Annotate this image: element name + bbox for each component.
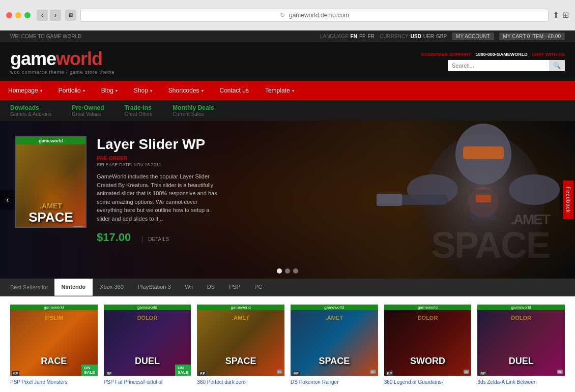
bs-tab-pc[interactable]: PC bbox=[247, 279, 269, 296]
product-title-4: DS Pokemon Ranger bbox=[291, 379, 378, 385]
browser-chrome: ‹ › ⊞ ↻ gameworld.demo.com ⬆ ⊞ bbox=[0, 0, 575, 31]
bs-tab-xbox360[interactable]: Xbox 360 bbox=[93, 279, 130, 296]
nav-shop[interactable]: Shop ▾ bbox=[126, 81, 160, 100]
currency-gbp[interactable]: GBP bbox=[436, 34, 447, 39]
product-card-6[interactable]: gameworld dolor DUEL RP SL 3ds Zelda-A L… bbox=[477, 305, 565, 385]
header-right: CUSROMER SUPPORT 1800-000-GAMEWORLD CHAT… bbox=[421, 52, 565, 71]
product-card-5[interactable]: gameworld dolor SWORD RP SL 360 Legend o… bbox=[384, 305, 472, 385]
search-input[interactable] bbox=[448, 60, 549, 71]
sub-navigation: Dowloads Games & Add-ons Pre-Owned Great… bbox=[0, 100, 575, 121]
chevron-down-icon: ▾ bbox=[83, 88, 85, 93]
bs-tab-wii[interactable]: Wii bbox=[178, 279, 200, 296]
subnav-tradeins[interactable]: Trade-Ins Great Offers bbox=[114, 100, 163, 121]
tabs-btn[interactable]: ⊞ bbox=[65, 10, 76, 21]
cart-btn[interactable]: MY CART 0 ITEM - £0.00 bbox=[499, 33, 565, 40]
feedback-tab[interactable]: Feedback bbox=[563, 180, 574, 219]
back-btn[interactable]: ‹ bbox=[37, 10, 48, 21]
hero-preorder: PRE-ORDER bbox=[97, 156, 560, 161]
site-logo[interactable]: gameworld woo commerce theme / game stor… bbox=[10, 48, 115, 75]
hero-content: gameworld .amet SPACE RP SL Layer Sl bbox=[0, 121, 575, 279]
nav-contact[interactable]: Contact us bbox=[212, 81, 257, 100]
currency-usd[interactable]: USD bbox=[411, 34, 421, 39]
slider-dot-2[interactable] bbox=[285, 268, 290, 274]
bs-tab-ps3[interactable]: PlayStation 3 bbox=[131, 279, 178, 296]
search-bar: 🔍 bbox=[448, 60, 565, 71]
currency-uer[interactable]: UER bbox=[423, 34, 434, 39]
nav-template[interactable]: Template ▾ bbox=[257, 81, 302, 100]
subnav-downloads[interactable]: Dowloads Games & Add-ons bbox=[0, 100, 62, 121]
cover-title-4: SPACE bbox=[291, 356, 378, 366]
cover-main-text-1: IPSLIM bbox=[10, 315, 98, 321]
my-account-btn[interactable]: MY ACCOUNT bbox=[452, 33, 494, 40]
top-bar-right: LANGUAGE FN FP FR CURRENCY USD UER GBP M… bbox=[320, 33, 565, 40]
maximize-window-btn[interactable] bbox=[24, 12, 31, 18]
product-cover-art-5: gameworld dolor SWORD RP SL bbox=[384, 305, 472, 376]
logo-tagline: woo commerce theme / game store theme bbox=[10, 70, 115, 75]
top-bar: WELCOME TO GAME WORLD LANGUAGE FN FP FR … bbox=[0, 31, 575, 42]
search-button[interactable]: 🔍 bbox=[549, 60, 565, 71]
product-card-1[interactable]: gameworld IPSLIM RACE RP ONSALE PSP Pixe… bbox=[10, 305, 98, 385]
main-navigation: Homepage ▾ Portfolio ▾ Blog ▾ Shop ▾ Sho… bbox=[0, 81, 575, 100]
lang-fp[interactable]: FP bbox=[359, 34, 366, 39]
cover-main-text-3: .amet bbox=[197, 315, 284, 321]
language-section: LANGUAGE FN FP FR bbox=[320, 34, 375, 39]
hero-details-link[interactable]: DETAILS bbox=[148, 236, 169, 242]
content-area: Dowloads Games & Add-ons Pre-Owned Great… bbox=[0, 100, 575, 392]
nav-shortcodes[interactable]: Shortcodes ▾ bbox=[160, 81, 212, 100]
product-title-5: 360 Legend of Guardians- bbox=[384, 379, 472, 385]
subnav-preowned[interactable]: Pre-Owned Great Values bbox=[62, 100, 114, 121]
hero-slider: .amet SPACE gameworld .amet SPACE RP bbox=[0, 121, 575, 279]
product-image-5: gameworld dolor SWORD RP SL bbox=[384, 305, 472, 376]
product-image-4: gameworld .amet SPACE RP SL bbox=[291, 305, 378, 376]
product-brand-1: gameworld bbox=[10, 305, 98, 310]
product-brand-2: gameworld bbox=[104, 305, 191, 310]
slider-prev-btn[interactable]: ‹ bbox=[0, 190, 15, 210]
website-container: WELCOME TO GAME WORLD LANGUAGE FN FP FR … bbox=[0, 31, 575, 392]
product-cover-art-6: gameworld dolor DUEL RP SL bbox=[477, 305, 565, 376]
nav-portfolio[interactable]: Portfolio ▾ bbox=[50, 81, 93, 100]
language-label: LANGUAGE bbox=[320, 34, 349, 39]
address-text: gameworld.demo.com bbox=[289, 12, 349, 19]
nav-homepage[interactable]: Homepage ▾ bbox=[0, 81, 50, 100]
chat-link[interactable]: CHAT WITH US bbox=[532, 52, 565, 57]
hero-description: GameWorld includes the popular Layer Sli… bbox=[97, 172, 219, 223]
product-card-4[interactable]: gameworld .amet SPACE RP SL DS Pokemon R… bbox=[291, 305, 378, 385]
product-card-3[interactable]: gameworld .amet SPACE RP SL 360 Perfect … bbox=[197, 305, 284, 385]
hero-text-content: Layer Slider WP PRE-ORDER RELEASE DATE: … bbox=[97, 131, 560, 244]
product-cover-art-2: gameworld dolor DUEL RP ONSALE bbox=[104, 305, 191, 376]
slider-dot-1[interactable] bbox=[277, 268, 282, 274]
chevron-down-icon: ▾ bbox=[116, 88, 118, 93]
bs-tab-psp[interactable]: PSP bbox=[222, 279, 247, 296]
window-controls bbox=[6, 12, 31, 18]
nav-blog[interactable]: Blog ▾ bbox=[93, 81, 126, 100]
product-brand-4: gameworld bbox=[291, 305, 378, 310]
close-window-btn[interactable] bbox=[6, 12, 12, 18]
hero-title: Layer Slider WP bbox=[97, 136, 560, 153]
slider-dot-3[interactable] bbox=[293, 268, 298, 274]
product-title-3: 360 Perfect dark zero bbox=[197, 379, 284, 385]
site-header: gameworld woo commerce theme / game stor… bbox=[0, 42, 575, 81]
best-sellers-tabs: Best Sellers for Nintendo Xbox 360 PlayS… bbox=[0, 279, 575, 296]
add-tab-btn[interactable]: ⊞ bbox=[562, 10, 569, 20]
products-section: gameworld IPSLIM RACE RP ONSALE PSP Pixe… bbox=[0, 296, 575, 392]
forward-btn[interactable]: › bbox=[50, 10, 61, 21]
lang-fr[interactable]: FR bbox=[368, 34, 375, 39]
product-card-2[interactable]: gameworld dolor DUEL RP ONSALE PSP Fat P… bbox=[104, 305, 191, 385]
address-bar[interactable]: ↻ gameworld.demo.com bbox=[80, 9, 549, 22]
chevron-down-icon: ▾ bbox=[150, 88, 152, 93]
product-title-2: PSP Fat PrincessFistful of bbox=[104, 379, 191, 385]
cover-title-6: DUEL bbox=[477, 356, 565, 366]
support-phone: 1800-000-GAMEWORLD bbox=[476, 52, 528, 57]
minimize-window-btn[interactable] bbox=[15, 12, 21, 18]
share-btn[interactable]: ⬆ bbox=[553, 10, 559, 20]
bs-tab-nintendo[interactable]: Nintendo bbox=[54, 279, 93, 296]
lang-fn[interactable]: FN bbox=[351, 34, 357, 39]
bs-tab-ds[interactable]: DS bbox=[200, 279, 222, 296]
cover-title-3: SPACE bbox=[197, 356, 284, 366]
cover-rating: RP bbox=[18, 227, 25, 228]
product-image-3: gameworld .amet SPACE RP SL bbox=[197, 305, 284, 376]
slider-dots bbox=[277, 268, 298, 274]
chevron-down-icon: ▾ bbox=[40, 88, 42, 93]
currency-label: CURRENCY bbox=[380, 34, 409, 39]
subnav-monthly-deals[interactable]: Monthly Deals Current Sales bbox=[162, 100, 224, 121]
